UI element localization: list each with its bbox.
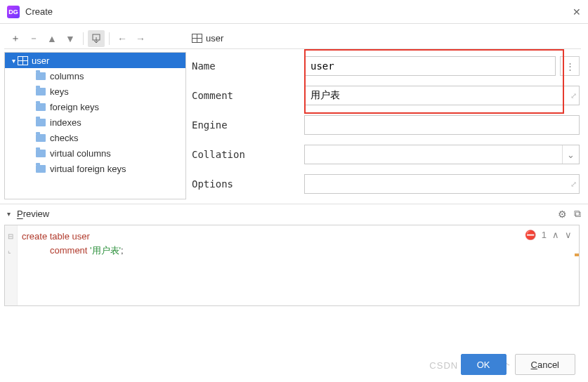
next-error-icon[interactable]: ∨ xyxy=(565,228,572,242)
preview-title: Preview xyxy=(17,209,551,219)
popout-icon[interactable]: ⧉ xyxy=(574,208,581,220)
back-button: ← xyxy=(114,30,131,47)
preview-header: ▾ Preview ⚙ ⧉ xyxy=(0,204,588,223)
down-button: ▼ xyxy=(62,30,79,47)
collation-select[interactable]: ⌄ xyxy=(304,145,580,164)
tree-item-columns[interactable]: columns xyxy=(5,68,185,84)
titlebar: DG Create ✕ xyxy=(0,0,588,24)
comment-input[interactable] xyxy=(304,86,580,105)
close-icon[interactable]: ✕ xyxy=(573,6,581,18)
table-icon xyxy=(18,56,27,65)
object-tree[interactable]: ▾ user columns keys foreign keys indexes… xyxy=(4,52,186,199)
folder-icon xyxy=(36,150,46,157)
dialog-buttons: OK Cancel xyxy=(461,354,575,375)
tree-root-label: user xyxy=(32,55,49,66)
folder-icon xyxy=(36,72,46,80)
table-icon xyxy=(192,34,202,43)
up-button: ▲ xyxy=(44,30,60,47)
folder-icon xyxy=(36,88,46,96)
name-input[interactable] xyxy=(304,56,556,76)
detail-pane: user Name ⋮ Comment ⤢ Engin xyxy=(186,24,588,204)
collation-label: Collation xyxy=(192,149,304,160)
tree-toolbar: ＋ － ▲ ▼ ← → xyxy=(4,28,186,49)
app-icon: DG xyxy=(7,6,20,18)
error-stripe[interactable] xyxy=(575,253,579,256)
window-title: Create xyxy=(25,6,573,17)
engine-label: Engine xyxy=(192,119,304,131)
tree-item-keys[interactable]: keys xyxy=(5,84,185,99)
ok-button[interactable]: OK xyxy=(461,354,507,375)
chevron-down-icon[interactable]: ▾ xyxy=(9,57,18,65)
prev-error-icon[interactable]: ∧ xyxy=(552,228,559,242)
breadcrumb: user xyxy=(186,28,581,49)
chevron-down-icon[interactable]: ▾ xyxy=(7,210,17,218)
sql-preview-editor[interactable]: ⊟ ⌞ create table user comment '用户表'; ⛔ 1… xyxy=(4,225,580,306)
tree-item-virtual-columns[interactable]: virtual columns xyxy=(5,145,185,161)
error-count: 1 xyxy=(542,228,547,242)
folder-icon xyxy=(36,119,46,126)
tree-item-checks[interactable]: checks xyxy=(5,130,185,145)
folder-icon xyxy=(36,103,46,111)
inspection-widget[interactable]: ⛔ 1 ∧ ∨ xyxy=(525,228,572,242)
table-form: Name ⋮ Comment ⤢ Engine xyxy=(186,49,581,194)
name-more-button[interactable]: ⋮ xyxy=(560,56,580,76)
folder-icon xyxy=(36,134,46,142)
tree-root-user[interactable]: ▾ user xyxy=(5,53,185,68)
forward-button: → xyxy=(132,30,149,47)
gear-icon[interactable]: ⚙ xyxy=(558,209,567,220)
tree-item-virtual-foreign-keys[interactable]: virtual foreign keys xyxy=(5,161,185,176)
remove-button: － xyxy=(25,30,42,47)
chevron-down-icon[interactable]: ⌄ xyxy=(562,145,579,164)
folder-icon xyxy=(36,165,46,173)
editor-gutter: ⊟ ⌞ xyxy=(5,225,18,305)
tree-item-foreign-keys[interactable]: foreign keys xyxy=(5,99,185,114)
breadcrumb-label: user xyxy=(206,33,223,44)
error-icon: ⛔ xyxy=(525,228,536,242)
structure-pane: ＋ － ▲ ▼ ← → ▾ user columns keys foreign … xyxy=(0,24,186,204)
cancel-button[interactable]: Cancel xyxy=(515,354,575,375)
comment-label: Comment xyxy=(192,90,304,101)
tree-item-indexes[interactable]: indexes xyxy=(5,114,185,130)
options-input[interactable] xyxy=(304,174,580,194)
name-label: Name xyxy=(192,60,304,72)
scroll-from-source-icon[interactable] xyxy=(88,30,105,47)
add-button[interactable]: ＋ xyxy=(7,30,24,47)
engine-input[interactable] xyxy=(304,115,580,135)
options-label: Options xyxy=(192,178,304,190)
